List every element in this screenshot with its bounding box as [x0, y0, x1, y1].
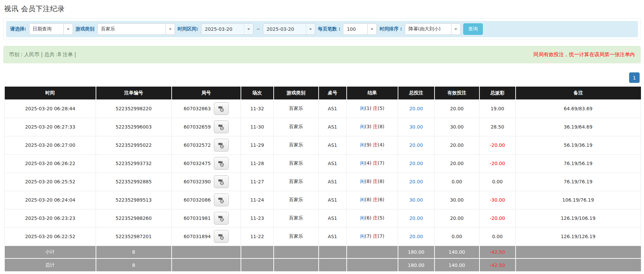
cell-table: AS1 [319, 191, 347, 209]
player-result-label: 闲 [360, 197, 365, 202]
cell-table: AS1 [319, 209, 347, 227]
video-replay-button[interactable] [214, 230, 229, 243]
date-to-value: 2025-03-20 [263, 26, 297, 32]
cell-remark: 56.19/36.19 [516, 136, 641, 154]
banker-result-label: 庄 [373, 160, 378, 166]
cell-table: AS1 [319, 136, 347, 154]
player-result-label: 闲 [360, 215, 365, 221]
total-bet-link[interactable]: 20.00 [409, 179, 423, 184]
date-to-picker[interactable]: 2025-03-20 [263, 23, 315, 35]
chevron-down-icon [64, 24, 73, 35]
banker-result-label: 庄 [373, 142, 378, 147]
video-replay-button[interactable] [214, 102, 229, 115]
player-result-label: 闲 [360, 233, 365, 239]
player-result-count: (1) [365, 106, 373, 111]
player-result-label: 闲 [360, 142, 365, 147]
video-replay-button[interactable] [214, 157, 229, 170]
player-result-count: (9) [365, 142, 373, 147]
video-replay-button[interactable] [214, 120, 229, 133]
banker-result-label: 庄 [373, 124, 378, 129]
col-header-session: 场次 [241, 87, 274, 99]
cell-session: 11-28 [241, 154, 274, 173]
cell-payout: 28.50 [479, 118, 516, 136]
total-bet-link[interactable]: 20.00 [409, 142, 423, 148]
cell-session: 11-29 [241, 136, 274, 154]
table-row: 2025-03-20 06:23:23 522352988260 6070319… [5, 209, 641, 227]
summary-payout: -42.50 [479, 258, 516, 271]
banker-result-label: 庄 [373, 215, 378, 221]
cell-payout: -20.00 [479, 136, 516, 154]
cell-result: 闲(9) 庄(4) [347, 136, 398, 154]
col-header-total-bet: 总投注 [398, 87, 435, 99]
cell-round-id: 607031894 [172, 227, 241, 246]
game-type-dropdown[interactable]: 百家乐 [97, 23, 175, 35]
cell-time: 2025-03-20 06:25:52 [5, 173, 96, 191]
cell-game-type: 百家乐 [274, 136, 319, 154]
cell-round-id: 607031981 [172, 209, 241, 227]
player-result-label: 闲 [360, 124, 365, 129]
currency-total-text: 币别 : 人民币 | 总共 :8 注单 | [9, 51, 76, 58]
cell-result: 闲(8) 庄(8) [347, 173, 398, 191]
col-header-bet-id: 注单编号 [96, 87, 172, 99]
video-replay-button[interactable] [214, 212, 229, 225]
date-from-value: 2025-03-20 [201, 26, 236, 32]
cell-result: 闲(7) 庄(7) [347, 227, 398, 246]
total-bet-link[interactable]: 20.00 [409, 106, 423, 111]
query-type-dropdown[interactable]: 日期查询 [29, 23, 73, 35]
cell-round-id: 607032572 [172, 136, 241, 154]
cell-result: 闲(1) 庄(5) [347, 99, 398, 118]
cell-total-bet: 20.00 [398, 154, 435, 173]
cell-bet-id: 522352992885 [96, 173, 172, 191]
cell-round-id: 607032086 [172, 191, 241, 209]
banker-result-label: 庄 [373, 179, 378, 184]
query-button[interactable]: 查询 [463, 23, 483, 35]
round-id-text: 607032086 [183, 197, 210, 203]
video-replay-button[interactable] [214, 193, 229, 206]
total-bet-link[interactable]: 20.00 [409, 161, 423, 166]
cell-table: AS1 [319, 118, 347, 136]
summary-total-bet: 180.00 [398, 246, 435, 258]
cell-payout: -20.00 [479, 154, 516, 173]
date-from-picker[interactable]: 2025-03-20 [201, 23, 253, 35]
total-bet-link[interactable]: 20.00 [409, 234, 423, 239]
bet-records-table: 时间 注单编号 局号 场次 游戏类别 桌号 结果 总投注 有效投注 总派彩 备注… [4, 87, 641, 271]
cell-bet-id: 522352987201 [96, 227, 172, 246]
cell-valid-bet: 30.00 [435, 118, 479, 136]
player-result-count: (7) [365, 233, 373, 239]
cell-remark: 126.19/106.19 [516, 209, 641, 227]
player-result-count: (4) [365, 160, 373, 166]
cell-game-type: 百家乐 [274, 191, 319, 209]
video-file-icon [218, 196, 225, 204]
round-id-text: 607032572 [183, 142, 210, 148]
cell-total-bet: 20.00 [398, 209, 435, 227]
player-result-label: 闲 [360, 160, 365, 166]
cell-total-bet: 20.00 [398, 227, 435, 246]
round-id-text: 607031981 [183, 215, 210, 221]
page-button-1[interactable]: 1 [629, 72, 640, 83]
banker-result-label: 庄 [373, 197, 378, 202]
video-replay-button[interactable] [214, 139, 229, 152]
sort-order-value: 降幂(由大到小) [405, 26, 444, 32]
video-replay-button[interactable] [214, 175, 229, 188]
total-bet-link[interactable]: 30.00 [409, 124, 423, 130]
cell-result: 闲(3) 庄(8) [347, 118, 398, 136]
total-bet-link[interactable]: 20.00 [409, 215, 423, 221]
sort-order-dropdown[interactable]: 降幂(由大到小) [405, 23, 461, 35]
cell-session: 11-24 [241, 191, 274, 209]
video-file-icon [218, 123, 225, 131]
summary-valid-bet: 140.00 [435, 258, 479, 271]
page-size-dropdown[interactable]: 100 [343, 23, 377, 35]
video-file-icon [218, 214, 225, 222]
summary-label: 小计 [5, 246, 96, 258]
table-row: 2025-03-20 06:25:52 522352992885 6070323… [5, 173, 641, 191]
round-id-text: 607031894 [183, 234, 210, 239]
banker-result-count: (5) [378, 215, 385, 221]
cell-payout: 19.00 [479, 99, 516, 118]
col-header-payout: 总派彩 [479, 87, 516, 99]
cell-bet-id: 522352998220 [96, 99, 172, 118]
player-result-count: (8) [365, 179, 373, 184]
cell-game-type: 百家乐 [274, 173, 319, 191]
cell-valid-bet: 20.00 [435, 136, 479, 154]
chevron-down-icon [451, 24, 460, 35]
total-bet-link[interactable]: 30.00 [409, 197, 423, 203]
